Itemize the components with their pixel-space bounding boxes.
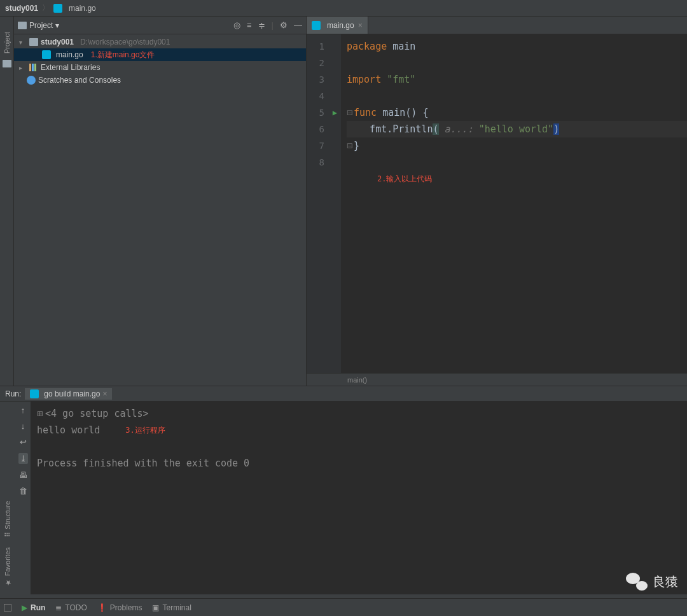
project-tree[interactable]: ▾ study001 D:\workspace\go\study001 main… (14, 34, 306, 386)
project-tool-tab[interactable]: Project (3, 29, 11, 56)
editor-tabs: main.go × (307, 17, 687, 34)
up-arrow-icon[interactable]: ↑ (21, 405, 25, 415)
annotation-2: 2.输入以上代码 (347, 171, 687, 187)
line-number[interactable]: 5▶ (307, 104, 341, 121)
line-number[interactable]: 3 (307, 71, 341, 88)
structure-tool-tab[interactable]: ⠿ Structure (3, 497, 11, 541)
code-line (347, 154, 687, 171)
project-title: Project (29, 21, 53, 30)
code-line: ⊟} (347, 137, 687, 154)
run-label: Run: (5, 389, 21, 398)
line-number[interactable]: 1 (307, 38, 341, 55)
expand-all-icon[interactable]: ≡ (247, 20, 252, 30)
breadcrumb-project[interactable]: study001 (5, 4, 38, 13)
collapse-all-icon[interactable]: ≑ (258, 20, 265, 30)
locate-icon[interactable]: ◎ (233, 20, 240, 30)
code-line (347, 55, 687, 71)
console-line (37, 438, 681, 455)
favorites-tool-tab[interactable]: ★ Favorites (3, 543, 11, 591)
code-line-current: fmt.Println( a...: "hello world") (347, 121, 687, 137)
code-line: import "fmt" (347, 71, 687, 88)
code-area[interactable]: package main import "fmt" ⊟func main() {… (342, 34, 687, 373)
tree-item-label: External Libraries (41, 63, 100, 72)
close-icon[interactable]: × (358, 21, 363, 30)
expand-icon[interactable]: ⊞ (37, 408, 43, 419)
run-tool-col-2: ↑ ↓ ↩ ⤓ 🖶 🗑 (15, 402, 31, 594)
status-terminal[interactable]: ▣Terminal (152, 603, 191, 612)
divider: | (272, 20, 274, 30)
list-icon: ≣ (55, 603, 62, 612)
status-problems[interactable]: ❗Problems (97, 603, 142, 612)
run-console[interactable]: ⊞<4 go setup calls> hello world3.运行程序 Pr… (31, 402, 687, 594)
project-panel: Project ▾ ◎ ≡ ≑ | ⚙ — ▾ study001 D:\work… (14, 17, 307, 386)
project-view-selector[interactable]: Project ▾ (18, 21, 230, 30)
chevron-down-icon: ▾ (19, 39, 27, 46)
run-gutter-icon[interactable]: ▶ (333, 108, 337, 117)
line-number[interactable]: 7 (307, 137, 341, 154)
go-file-icon (30, 389, 39, 398)
tree-scratches[interactable]: Scratches and Consoles (14, 74, 306, 87)
wechat-icon (626, 573, 648, 591)
console-line: Process finished with the exit code 0 (37, 455, 681, 472)
tree-root-name: study001 (41, 38, 74, 46)
folder-icon (29, 38, 38, 46)
close-icon[interactable]: × (102, 389, 107, 398)
print-icon[interactable]: 🖶 (19, 470, 27, 480)
library-icon (29, 64, 38, 71)
line-number[interactable]: 8 (307, 154, 341, 171)
watermark: 良猿 (626, 573, 678, 591)
editor-tab-main[interactable]: main.go × (307, 17, 368, 34)
scratches-icon (27, 76, 36, 85)
fold-close-icon[interactable]: ⊟ (347, 140, 352, 151)
tree-item-label: Scratches and Consoles (38, 76, 121, 85)
run-config-tab[interactable]: go build main.go × (25, 388, 112, 400)
status-todo[interactable]: ≣TODO (55, 603, 87, 612)
tree-file-name: main.go (56, 50, 83, 59)
left-bottom-tool-strip: ★ Favorites ⠿ Structure (0, 403, 14, 594)
run-panel-header: Run: go build main.go × (0, 386, 687, 402)
soft-wrap-icon[interactable]: ↩ (20, 437, 27, 447)
tool-window-icon[interactable] (4, 604, 11, 612)
left-tool-strip: Project (0, 17, 14, 386)
code-line: package main (347, 38, 687, 55)
editor-breadcrumb[interactable]: main() (307, 373, 687, 386)
go-file-icon (312, 21, 321, 30)
line-number[interactable]: 6 (307, 121, 341, 137)
console-line: ⊞<4 go setup calls> (37, 405, 681, 422)
chevron-down-icon: ▾ (55, 21, 59, 30)
code-line (347, 88, 687, 104)
editor-gutter: 1 2 3 4 5▶ 6 7 8 (307, 34, 342, 373)
code-line: ⊟func main() { (347, 104, 687, 121)
editor-body[interactable]: 1 2 3 4 5▶ 6 7 8 package main import "fm… (307, 34, 687, 373)
tree-external-libs[interactable]: ▸ External Libraries (14, 61, 306, 74)
hide-panel-icon[interactable]: — (294, 20, 302, 30)
watermark-text: 良猿 (653, 573, 678, 591)
editor-panel: main.go × 1 2 3 4 5▶ 6 7 8 package main … (307, 17, 687, 386)
gear-icon[interactable]: ⚙ (280, 20, 288, 30)
tree-file-main[interactable]: main.go 1.新建main.go文件 (14, 48, 306, 61)
line-number[interactable]: 2 (307, 55, 341, 71)
tree-root[interactable]: ▾ study001 D:\workspace\go\study001 (14, 36, 306, 48)
folder-icon (3, 60, 11, 69)
line-number[interactable]: 4 (307, 88, 341, 104)
go-file-icon (53, 4, 62, 13)
trash-icon[interactable]: 🗑 (19, 486, 27, 496)
chevron-right-icon: ▸ (19, 64, 27, 71)
run-tab-label: go build main.go (44, 389, 100, 398)
console-line: hello world3.运行程序 (37, 422, 681, 438)
run-panel: Run: go build main.go × ▶ 🔧 📌 ↑ ↓ ↩ ⤓ 🖶 … (0, 386, 687, 594)
terminal-icon: ▣ (152, 603, 159, 612)
project-panel-header: Project ▾ ◎ ≡ ≑ | ⚙ — (14, 17, 306, 34)
status-bar: ▶Run ≣TODO ❗Problems ▣Terminal (0, 598, 687, 616)
annotation-3: 3.运行程序 (125, 425, 165, 436)
tree-root-path: D:\workspace\go\study001 (80, 38, 170, 46)
breadcrumb-fn: main() (347, 376, 367, 384)
scroll-end-icon[interactable]: ⤓ (18, 453, 28, 464)
breadcrumb-file[interactable]: main.go (69, 4, 96, 13)
folder-icon (18, 22, 27, 29)
status-run[interactable]: ▶Run (22, 603, 45, 612)
navigation-breadcrumb: study001 〉 main.go (0, 0, 687, 17)
chevron-right-icon: 〉 (42, 3, 50, 13)
down-arrow-icon[interactable]: ↓ (21, 421, 25, 431)
fold-open-icon[interactable]: ⊟ (347, 107, 352, 118)
